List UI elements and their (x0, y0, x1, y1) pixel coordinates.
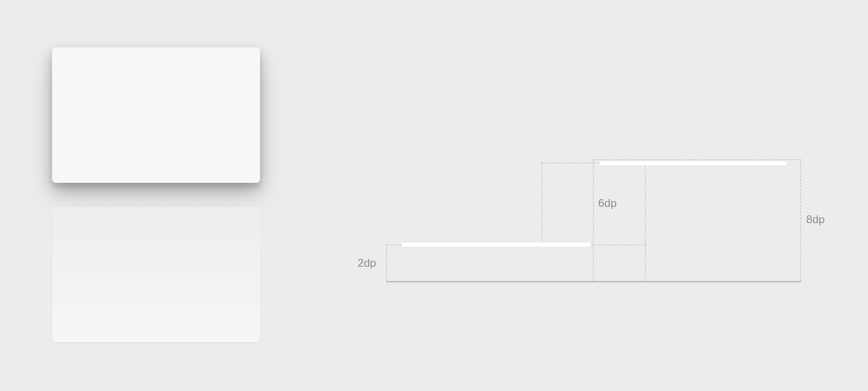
elevation-diagram: 2dp 6dp 8dp (0, 0, 868, 391)
surface-highlight-8dp (599, 161, 787, 165)
elevation-card-low (52, 207, 260, 342)
label-8dp: 8dp (806, 213, 824, 226)
baseline-axis (386, 281, 801, 282)
surface-highlight-2dp (402, 243, 590, 247)
elevation-guide-2dp (386, 245, 646, 281)
label-6dp: 6dp (598, 197, 616, 210)
elevation-card-high (52, 47, 260, 183)
elevation-guide-6dp (542, 163, 646, 245)
label-2dp: 2dp (358, 257, 376, 270)
